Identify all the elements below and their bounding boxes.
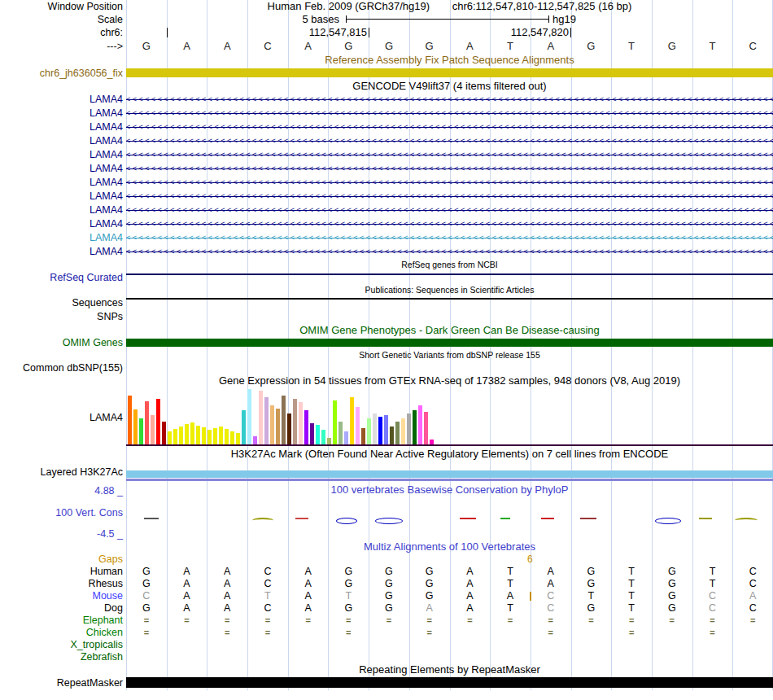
gtex-gene-label[interactable]: LAMA4 bbox=[0, 387, 126, 448]
omim-track-title[interactable]: OMIM Gene Phenotypes - Dark Green Can Be… bbox=[126, 324, 773, 337]
gtex-tissue-bar[interactable] bbox=[390, 427, 394, 446]
gtex-tissue-bar[interactable] bbox=[378, 417, 382, 446]
dbsnp-label[interactable]: Common dbSNP(155) bbox=[0, 361, 126, 374]
gtex-tissue-bar[interactable] bbox=[145, 401, 149, 446]
gtex-tissue-bar[interactable] bbox=[247, 389, 251, 446]
gencode-transcript[interactable]: <<<<<<<<<<<<<<<<<<<<<<<<<<<<<<<<<<<<<<<<… bbox=[126, 93, 773, 107]
gtex-tissue-bar[interactable] bbox=[225, 429, 229, 446]
sequences-item[interactable] bbox=[126, 298, 773, 300]
gencode-item-label[interactable]: LAMA4 bbox=[0, 148, 126, 162]
gencode-transcript[interactable]: <<<<<<<<<<<<<<<<<<<<<<<<<<<<<<<<<<<<<<<<… bbox=[126, 203, 773, 217]
gtex-tissue-bar[interactable] bbox=[373, 413, 377, 446]
publications-track-title[interactable]: Publications: Sequences in Scientific Ar… bbox=[126, 284, 773, 296]
gencode-transcript-row[interactable]: <<<<<<<<<<<<<<<<<<<<<<<<<<<<<<<<<<<<<<<<… bbox=[126, 231, 773, 245]
gtex-tissue-bar[interactable] bbox=[316, 425, 320, 446]
species-alignment-row[interactable]: GAACAGGAATCGTGCC bbox=[126, 602, 773, 615]
gtex-tissue-bar[interactable] bbox=[196, 426, 200, 446]
gtex-tissue-bar[interactable] bbox=[287, 413, 291, 446]
gencode-item-label[interactable]: LAMA4 bbox=[0, 93, 126, 107]
phylop-track-label[interactable]: 100 Vert. Cons bbox=[0, 507, 123, 518]
gtex-tissue-bar[interactable] bbox=[361, 428, 365, 446]
gencode-transcript-row[interactable]: <<<<<<<<<<<<<<<<<<<<<<<<<<<<<<<<<<<<<<<<… bbox=[126, 203, 773, 217]
gencode-transcript[interactable]: <<<<<<<<<<<<<<<<<<<<<<<<<<<<<<<<<<<<<<<<… bbox=[126, 176, 773, 190]
gencode-transcript[interactable]: <<<<<<<<<<<<<<<<<<<<<<<<<<<<<<<<<<<<<<<<… bbox=[126, 217, 773, 231]
gtex-tissue-bar[interactable] bbox=[424, 412, 428, 446]
species-label[interactable]: X_tropicalis bbox=[0, 639, 126, 651]
species-label[interactable]: Human bbox=[0, 566, 126, 578]
multiz-alignment[interactable]: HumanGAACAGGGATAGTGTCRhesusGAACAGGGATAGT… bbox=[0, 566, 773, 663]
h3k27ac-signal-bar2[interactable] bbox=[126, 479, 773, 481]
gtex-tissue-bar[interactable] bbox=[304, 410, 308, 446]
species-alignment-row[interactable] bbox=[126, 639, 773, 651]
sequences-track[interactable] bbox=[126, 296, 773, 309]
species-label[interactable]: Chicken bbox=[0, 627, 126, 639]
species-alignment-row[interactable]: CAATATGGAACTTGCA bbox=[126, 590, 773, 602]
gtex-track-title[interactable]: Gene Expression in 54 tissues from GTEx … bbox=[126, 374, 773, 387]
gtex-track[interactable] bbox=[126, 387, 773, 448]
gtex-tissue-bar[interactable] bbox=[367, 418, 371, 446]
gencode-transcript[interactable]: <<<<<<<<<<<<<<<<<<<<<<<<<<<<<<<<<<<<<<<<… bbox=[126, 190, 773, 203]
species-alignment-row[interactable]: GAACAGGGATAGTGTC bbox=[126, 578, 773, 590]
gencode-item-label[interactable]: LAMA4 bbox=[0, 162, 126, 176]
gencode-transcript-row[interactable]: <<<<<<<<<<<<<<<<<<<<<<<<<<<<<<<<<<<<<<<<… bbox=[126, 134, 773, 148]
gtex-tissue-bar[interactable] bbox=[407, 413, 411, 446]
repeatmasker-track-title[interactable]: Repeating Elements by RepeatMasker bbox=[126, 663, 773, 676]
gencode-transcript-row[interactable]: <<<<<<<<<<<<<<<<<<<<<<<<<<<<<<<<<<<<<<<<… bbox=[126, 176, 773, 190]
gencode-transcript-row[interactable]: <<<<<<<<<<<<<<<<<<<<<<<<<<<<<<<<<<<<<<<<… bbox=[126, 93, 773, 107]
gencode-transcript[interactable]: <<<<<<<<<<<<<<<<<<<<<<<<<<<<<<<<<<<<<<<<… bbox=[126, 134, 773, 148]
gencode-transcript[interactable]: <<<<<<<<<<<<<<<<<<<<<<<<<<<<<<<<<<<<<<<<… bbox=[126, 107, 773, 120]
h3k27ac-track-title[interactable]: H3K27Ac Mark (Often Found Near Active Re… bbox=[126, 448, 773, 461]
gtex-tissue-bar[interactable] bbox=[259, 391, 263, 446]
gencode-transcript[interactable]: <<<<<<<<<<<<<<<<<<<<<<<<<<<<<<<<<<<<<<<<… bbox=[126, 245, 773, 259]
phylop-track-title[interactable]: 100 vertebrates Basewise Conservation by… bbox=[126, 483, 773, 497]
gencode-transcript[interactable]: <<<<<<<<<<<<<<<<<<<<<<<<<<<<<<<<<<<<<<<<… bbox=[126, 148, 773, 162]
gtex-tissue-bar[interactable] bbox=[418, 405, 422, 446]
gtex-tissue-bar[interactable] bbox=[173, 429, 177, 446]
gtex-tissue-bar[interactable] bbox=[242, 410, 246, 446]
dbsnp-track-title[interactable]: Short Genetic Variants from dbSNP releas… bbox=[126, 349, 773, 361]
fix-patch-track[interactable] bbox=[126, 67, 773, 80]
gtex-tissue-bar[interactable] bbox=[395, 422, 400, 446]
phylop-track[interactable]: 100 vertebrates Basewise Conservation by… bbox=[126, 483, 773, 540]
gencode-track-title[interactable]: GENCODE V49lift37 (4 items filtered out) bbox=[126, 80, 773, 93]
omim-gene-bar[interactable] bbox=[126, 339, 773, 347]
gencode-transcript-row[interactable]: <<<<<<<<<<<<<<<<<<<<<<<<<<<<<<<<<<<<<<<<… bbox=[126, 190, 773, 203]
sequences-label[interactable]: Sequences bbox=[0, 296, 126, 309]
gtex-tissue-bar[interactable] bbox=[156, 399, 160, 446]
gtex-tissue-bar[interactable] bbox=[139, 418, 143, 446]
fix-patch-track-title[interactable]: Reference Assembly Fix Patch Sequence Al… bbox=[126, 54, 773, 67]
reference-sequence-track[interactable]: GAACAGGGATAGTGTC bbox=[126, 39, 773, 54]
gencode-transcript-row[interactable]: <<<<<<<<<<<<<<<<<<<<<<<<<<<<<<<<<<<<<<<<… bbox=[126, 148, 773, 162]
gtex-tissue-bar[interactable] bbox=[413, 410, 417, 446]
gtex-tissue-bar[interactable] bbox=[128, 396, 132, 446]
gencode-item-label[interactable]: LAMA4 bbox=[0, 190, 126, 203]
gtex-tissue-bar[interactable] bbox=[356, 407, 360, 446]
species-label[interactable]: Mouse bbox=[0, 590, 126, 602]
refseq-curated-label[interactable]: RefSeq Curated bbox=[0, 271, 126, 284]
repeat-element-bar[interactable] bbox=[126, 677, 773, 688]
gtex-tissue-bar[interactable] bbox=[276, 409, 280, 446]
gencode-transcript[interactable]: <<<<<<<<<<<<<<<<<<<<<<<<<<<<<<<<<<<<<<<<… bbox=[126, 120, 773, 134]
gtex-tissue-bar[interactable] bbox=[310, 423, 314, 446]
refseq-track-title[interactable]: RefSeq genes from NCBI bbox=[126, 259, 773, 271]
gencode-transcript-row[interactable]: <<<<<<<<<<<<<<<<<<<<<<<<<<<<<<<<<<<<<<<<… bbox=[126, 120, 773, 134]
refseq-item[interactable] bbox=[126, 273, 773, 275]
repeatmasker-track[interactable] bbox=[126, 676, 773, 690]
gencode-item-label[interactable]: LAMA4 bbox=[0, 203, 126, 217]
gencode-transcript-row[interactable]: <<<<<<<<<<<<<<<<<<<<<<<<<<<<<<<<<<<<<<<<… bbox=[126, 162, 773, 176]
h3k27ac-label[interactable]: Layered H3K27Ac bbox=[0, 461, 126, 483]
species-alignment-row[interactable]: ======== bbox=[126, 627, 773, 639]
gtex-tissue-bar[interactable] bbox=[299, 402, 303, 446]
snps-track[interactable] bbox=[126, 309, 773, 324]
species-label[interactable]: Zebrafish bbox=[0, 651, 126, 663]
gencode-item-label[interactable]: LAMA4 bbox=[0, 231, 126, 245]
gtex-tissue-bar[interactable] bbox=[293, 399, 297, 446]
gencode-transcript-row[interactable]: <<<<<<<<<<<<<<<<<<<<<<<<<<<<<<<<<<<<<<<<… bbox=[126, 245, 773, 259]
gencode-item-label[interactable]: LAMA4 bbox=[0, 134, 126, 148]
gtex-tissue-bar[interactable] bbox=[333, 400, 337, 446]
gtex-tissue-bar[interactable] bbox=[384, 415, 388, 446]
gencode-transcript-row[interactable]: <<<<<<<<<<<<<<<<<<<<<<<<<<<<<<<<<<<<<<<<… bbox=[126, 107, 773, 120]
species-label[interactable]: Rhesus bbox=[0, 578, 126, 590]
gtex-tissue-bar[interactable] bbox=[133, 409, 138, 446]
fix-patch-item-bar[interactable] bbox=[126, 68, 773, 77]
